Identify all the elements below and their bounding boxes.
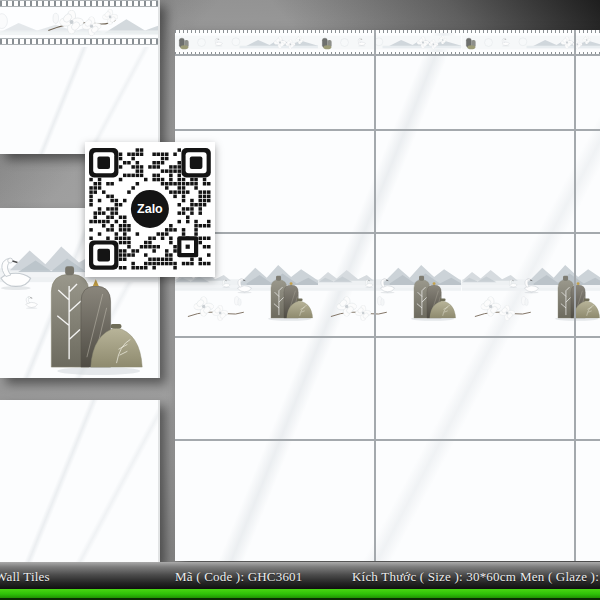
accent-green-stripe — [0, 589, 600, 598]
zalo-logo: Zalo — [137, 202, 163, 216]
zalo-qr-icon: Zalo — [89, 148, 211, 272]
listello-strip — [175, 30, 600, 55]
footer-info-bar: Wall Tiles Mã ( Code ): GHC3601 Kích Thư… — [0, 562, 600, 589]
listello-tile-graphic — [318, 33, 461, 52]
qr-code: Zalo — [85, 142, 215, 277]
grid-line — [175, 54, 600, 56]
product-glaze-label: Men ( Glaze ): G — [520, 562, 600, 589]
grid-line — [175, 336, 600, 338]
product-size-label: Kích Thước ( Size ): 30*60cm — [352, 562, 516, 589]
mural-tile-graphic — [462, 233, 600, 337]
listello-tile-graphic — [462, 33, 600, 52]
product-type-label: Wall Tiles — [0, 562, 50, 589]
grid-line — [374, 30, 376, 561]
bead-strip-bottom — [0, 38, 158, 45]
floral-border-graphic — [0, 7, 158, 38]
bead-strip-top — [0, 0, 158, 7]
mural-tile-row — [175, 233, 600, 337]
listello-tile-graphic — [175, 33, 318, 52]
grid-line — [175, 439, 600, 441]
mural-tile-graphic — [318, 233, 461, 337]
product-code-label: Mã ( Code ): GHC3601 — [175, 562, 303, 589]
product-sheet: Zalo Wall Tiles Mã ( Code ): GHC3601 Kíc… — [0, 0, 600, 600]
tile-wall-grid — [175, 30, 600, 561]
grid-line — [175, 129, 600, 131]
tile-panel-listello — [0, 0, 160, 154]
grid-line — [175, 232, 600, 234]
tile-white-field — [0, 47, 158, 154]
grid-line — [574, 30, 576, 561]
tile-panel-plain — [0, 400, 160, 562]
